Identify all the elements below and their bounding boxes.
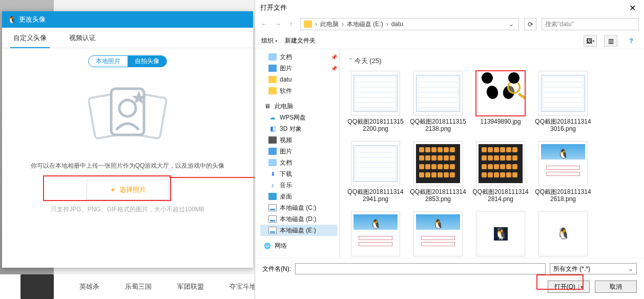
tree-item[interactable]: 网络 xyxy=(260,240,337,251)
file-thumbnail xyxy=(351,141,400,186)
doc-icon xyxy=(268,159,277,166)
file-label: QQ截图20181113142814.png xyxy=(472,188,529,203)
organize-menu[interactable]: 组织 xyxy=(261,36,278,45)
file-item[interactable]: QQ截图20181113142618.png xyxy=(534,141,592,203)
wps-icon xyxy=(268,114,277,121)
tree-item[interactable]: 软件 xyxy=(260,85,337,96)
select-photo-button[interactable]: ＋ 选择照片 xyxy=(87,180,169,200)
search-input[interactable]: 搜索"datu" xyxy=(542,18,639,30)
tree-item[interactable]: WPS网盘 xyxy=(260,112,337,123)
file-item[interactable]: QQ截图20181113142507.png xyxy=(347,211,404,257)
user-avatar[interactable] xyxy=(20,274,54,299)
file-item[interactable]: QQ截图20181113142446.png xyxy=(409,211,467,257)
tree-item[interactable]: datu xyxy=(260,74,337,85)
crumb-disk[interactable]: 本地磁盘 (E:) xyxy=(347,20,383,29)
tree-item[interactable]: 下载 xyxy=(260,168,337,180)
file-item[interactable]: QQ截图20181113152138.png xyxy=(409,71,467,133)
file-thumbnail xyxy=(413,71,463,116)
disk-icon xyxy=(268,215,277,223)
change-avatar-dialog: 🐧 更改头像 自定义头像 视频认证 本地照片 自拍头像 你可以在本地相册中上传一… xyxy=(2,11,253,268)
game-link[interactable]: 军团联盟 xyxy=(177,282,204,291)
tree-item[interactable]: 文档📌 xyxy=(260,51,337,63)
dl-icon xyxy=(268,170,277,177)
group-header[interactable]: 今天 (25) xyxy=(349,56,637,66)
upload-hint: 你可以在本地相册中上传一张照片作为QQ游戏大厅，以及游戏中的头像 xyxy=(2,162,253,170)
file-item[interactable]: 🐧 xyxy=(472,211,529,257)
tree-item[interactable]: 视频 xyxy=(260,134,337,146)
disk-icon xyxy=(268,227,277,234)
source-pill: 本地照片 自拍头像 xyxy=(88,55,167,67)
view-mode-button[interactable]: 🖼 xyxy=(584,35,597,47)
file-label: QQ截图20181113143016.png xyxy=(534,118,592,133)
game-link[interactable]: 夺宝斗地 xyxy=(230,282,256,291)
folder-icon xyxy=(304,21,312,28)
tree-item[interactable]: 此电脑 xyxy=(260,101,337,112)
breadcrumb[interactable]: 此电脑 本地磁盘 (E:) datu ⌄ xyxy=(300,18,519,30)
folder-tree[interactable]: 文档📌图片📌datu软件此电脑WPS网盘3D 对象视频图片文档下载音乐桌面本地磁… xyxy=(255,49,340,257)
tree-item[interactable]: 3D 对象 xyxy=(260,123,337,134)
tree-item[interactable]: 文档 xyxy=(260,157,337,168)
tree-item[interactable]: 本地磁盘 (D:) xyxy=(260,213,337,225)
pill-local-photo[interactable]: 本地照片 xyxy=(89,56,128,67)
open-button[interactable]: 打开(O) xyxy=(548,281,590,293)
file-item[interactable]: QQ截图20181113142853.png xyxy=(409,141,467,203)
file-label: QQ截图20181113142941.png xyxy=(347,188,404,203)
file-label: QQ截图20181113152200.png xyxy=(347,118,404,133)
tree-item[interactable]: 本地磁盘 (E:) xyxy=(260,225,337,236)
game-link[interactable]: 乐蜀三国 xyxy=(125,282,152,291)
file-thumbnail xyxy=(351,211,400,256)
close-icon[interactable]: ✕ xyxy=(626,3,639,13)
img-icon xyxy=(268,65,277,72)
dialog-title: 更改头像 xyxy=(19,15,46,24)
desk-icon xyxy=(268,193,277,200)
tree-item[interactable]: 图片📌 xyxy=(260,63,337,74)
avatar-placeholder-icon xyxy=(2,83,253,149)
cancel-button[interactable]: 取消 xyxy=(595,281,637,293)
pill-selfie[interactable]: 自拍头像 xyxy=(128,56,167,67)
file-thumbnail xyxy=(351,71,400,116)
tree-item[interactable]: 桌面 xyxy=(260,191,337,202)
pin-icon: 📌 xyxy=(331,54,337,60)
tree-item[interactable]: 音乐 xyxy=(260,180,337,191)
file-thumbnail xyxy=(476,71,525,116)
file-item[interactable]: 🐧 xyxy=(534,211,592,257)
file-item[interactable]: 113949890.jpg xyxy=(472,71,529,133)
tab-video-auth[interactable]: 视频认证 xyxy=(58,28,107,48)
pin-icon: 📌 xyxy=(331,66,337,71)
file-thumbnail xyxy=(538,141,588,186)
file-thumbnail: 🐧 xyxy=(538,211,588,256)
file-item[interactable]: QQ截图20181113142814.png xyxy=(472,141,529,203)
game-link[interactable]: 英雄杀 xyxy=(79,282,99,291)
file-thumbnail: 🐧 xyxy=(476,211,525,256)
disk-icon xyxy=(268,204,277,211)
dialog-titlebar[interactable]: 🐧 更改头像 xyxy=(2,11,253,28)
file-list[interactable]: 今天 (25) QQ截图20181113152200.pngQQ截图201811… xyxy=(340,49,644,257)
folder-icon xyxy=(268,87,277,94)
pc-icon xyxy=(263,103,272,110)
file-label: QQ截图20181113152138.png xyxy=(409,118,467,133)
img-icon xyxy=(268,148,277,155)
file-item[interactable]: QQ截图20181113152200.png xyxy=(347,71,404,133)
filetype-dropdown[interactable]: 所有文件 (*.*) xyxy=(550,263,637,274)
new-folder-button[interactable]: 新建文件夹 xyxy=(285,36,316,45)
file-item[interactable]: QQ截图20181113143016.png xyxy=(534,71,592,133)
file-thumbnail xyxy=(538,71,588,116)
tree-item[interactable]: 图片 xyxy=(260,146,337,157)
nav-back-icon[interactable]: ← xyxy=(260,20,268,28)
music-icon xyxy=(268,182,277,189)
tab-custom-avatar[interactable]: 自定义头像 xyxy=(2,28,58,48)
file-thumbnail xyxy=(476,141,525,186)
file-label: QQ截图20181113142853.png xyxy=(409,188,467,203)
filename-input[interactable] xyxy=(295,263,546,274)
vid-icon xyxy=(268,136,277,144)
nav-up-icon[interactable]: ↑ xyxy=(287,20,295,28)
tree-item[interactable]: 本地磁盘 (C:) xyxy=(260,202,337,213)
crumb-pc[interactable]: 此电脑 xyxy=(320,20,339,29)
chevron-down-icon[interactable]: ⌄ xyxy=(507,21,515,28)
open-dialog-title: 打开文件 xyxy=(260,3,287,12)
file-item[interactable]: QQ截图20181113142941.png xyxy=(347,141,404,203)
preview-pane-button[interactable]: ▥ xyxy=(604,35,617,47)
help-button[interactable]: ? xyxy=(625,35,638,47)
crumb-folder[interactable]: datu xyxy=(391,21,403,28)
refresh-button[interactable]: ⟳ xyxy=(524,18,536,30)
